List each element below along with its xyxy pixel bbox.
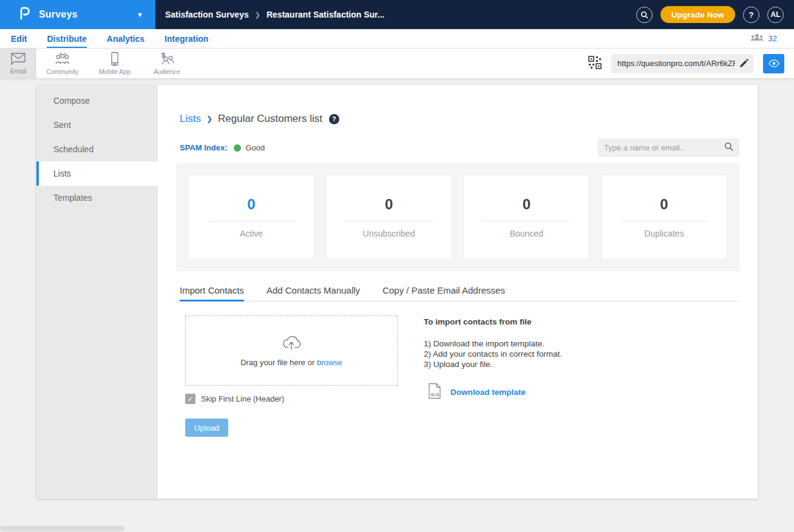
tab-integration[interactable]: Integration [165,29,208,48]
questionpro-logo-icon [18,6,32,23]
app-title: Surveys [39,9,78,20]
channel-audience[interactable]: $ Audience [141,49,193,78]
stat-card-unsubscribed: 0 Unsubscribed [326,175,452,260]
stat-value: 0 [247,196,255,213]
stat-label: Duplicates [644,229,684,238]
audience-icon: $ [158,52,176,66]
spam-index-row: SPAM Index: Good [176,138,739,157]
breadcrumb: Satisfaction Surveys ❯ Restaurant Satisf… [155,0,636,29]
contact-search-box [598,138,739,157]
tab-distribute[interactable]: Distribute [47,29,86,48]
survey-url-field [611,54,753,73]
contacts-tabs: Import Contacts Add Contacts Manually Co… [176,281,739,301]
divider [345,221,433,221]
file-dropzone[interactable]: Drag your file here or browse [185,315,398,386]
skip-first-line-checkbox[interactable]: ✓ [185,394,195,404]
stat-value: 0 [385,196,393,213]
skip-first-line-row: ✓ Skip First Line (Header) [185,394,398,404]
global-search-button[interactable] [636,7,653,23]
chevron-right-icon: ❯ [255,11,260,19]
tab-edit[interactable]: Edit [11,29,27,48]
mobile-app-icon [110,52,120,66]
channel-label: Audience [154,68,180,75]
divider [483,221,570,221]
step-1: 1) Download the import template. [424,338,562,349]
email-icon [10,52,26,66]
chevron-right-icon: ❯ [206,115,212,123]
edit-url-icon[interactable] [739,59,748,69]
horizontal-scrollbar[interactable] [0,526,794,532]
respondents-icon [750,33,764,44]
list-title: Regular Customers list [218,113,322,125]
top-header: Surveys ▼ Satisfaction Surveys ❯ Restaur… [0,0,794,29]
sidebar-item-scheduled[interactable]: Scheduled [36,137,158,161]
email-sidebar: Compose Sent Scheduled Lists Templates [36,85,158,499]
import-contacts-panel: Drag your file here or browse ✓ Skip Fir… [176,315,739,437]
tab-add-contacts-manually[interactable]: Add Contacts Manually [266,281,360,301]
skip-first-line-label: Skip First Line (Header) [201,394,284,403]
tab-copy-paste-emails[interactable]: Copy / Paste Email Addresses [382,281,505,301]
svg-text:$: $ [161,52,165,59]
stat-card-duplicates: 0 Duplicates [601,175,727,260]
channel-label: Mobile App [99,68,131,75]
survey-url-input[interactable] [617,59,735,68]
step-2: 2) Add your contacts in correct format. [424,349,562,359]
breadcrumb-folder[interactable]: Satisfaction Surveys [165,10,249,19]
sidebar-item-lists[interactable]: Lists [36,161,158,186]
stat-card-bounced: 0 Bounced [463,175,589,260]
respondents-count: 32 [769,34,777,43]
avatar[interactable]: AL [767,7,784,23]
download-template-row: XLS Download template [427,383,562,402]
community-icon [53,52,72,66]
chevron-down-icon: ▼ [137,11,143,18]
channel-mobile-app[interactable]: Mobile App [89,49,141,78]
upload-column: Drag your file here or browse ✓ Skip Fir… [185,315,398,437]
svg-text:XLS: XLS [430,392,439,397]
upload-button[interactable]: Upload [185,419,228,437]
channel-label: Email [10,67,26,75]
help-button[interactable]: ? [743,7,759,23]
spam-index-label: SPAM Index: [180,143,228,152]
download-template-link[interactable]: Download template [450,388,526,397]
lists-link[interactable]: Lists [180,113,201,125]
spam-status-dot [234,144,241,152]
instructions-title: To import contacts from file [424,317,562,326]
search-icon[interactable] [724,142,733,153]
sidebar-item-sent[interactable]: Sent [36,113,158,137]
list-help-icon[interactable]: ? [329,114,339,124]
sidebar-item-templates[interactable]: Templates [36,186,158,210]
breadcrumb-survey[interactable]: Restaurant Satisfaction Sur... [266,10,385,19]
scrollbar-thumb[interactable] [0,526,124,531]
tab-import-contacts[interactable]: Import Contacts [180,281,244,301]
lists-content: Lists ❯ Regular Customers list ? SPAM In… [158,85,758,499]
sidebar-item-compose[interactable]: Compose [36,89,158,113]
stat-value: 0 [523,196,531,213]
browse-link[interactable]: browse [317,358,342,367]
import-instructions: To import contacts from file 1) Download… [424,315,562,437]
stat-label: Active [240,229,263,238]
channel-community[interactable]: Community [36,49,89,78]
list-breadcrumb: Lists ❯ Regular Customers list ? [180,113,739,125]
stat-label: Unsubscribed [363,229,415,238]
page: Surveys ▼ Satisfaction Surveys ❯ Restaur… [0,0,794,532]
xls-file-icon: XLS [427,383,442,402]
contact-search-input[interactable] [604,143,724,152]
spam-status-text: Good [246,143,265,152]
channel-label: Community [46,68,78,75]
channel-email[interactable]: Email [0,49,36,78]
channel-toolbar: Email Community [0,49,794,79]
main-area: Compose Sent Scheduled Lists Templates L… [36,85,758,499]
step-3: 3) Upload your file. [424,359,562,369]
tab-analytics[interactable]: Analytics [107,29,144,48]
respondents-indicator[interactable]: 32 [750,29,794,48]
share-link-tools [588,49,794,78]
preview-button[interactable] [763,54,784,73]
list-stats: 0 Active 0 Unsubscribed 0 Bounced 0 [176,163,739,271]
dropzone-text: Drag your file here or browse [240,358,342,367]
divider [208,221,295,221]
header-actions: Upgrade Now ? AL [636,0,794,29]
product-switcher[interactable]: Surveys ▼ [0,0,155,29]
instructions-steps: 1) Download the import template. 2) Add … [424,338,562,369]
qr-code-icon[interactable] [588,56,602,72]
upgrade-now-button[interactable]: Upgrade Now [660,6,735,23]
